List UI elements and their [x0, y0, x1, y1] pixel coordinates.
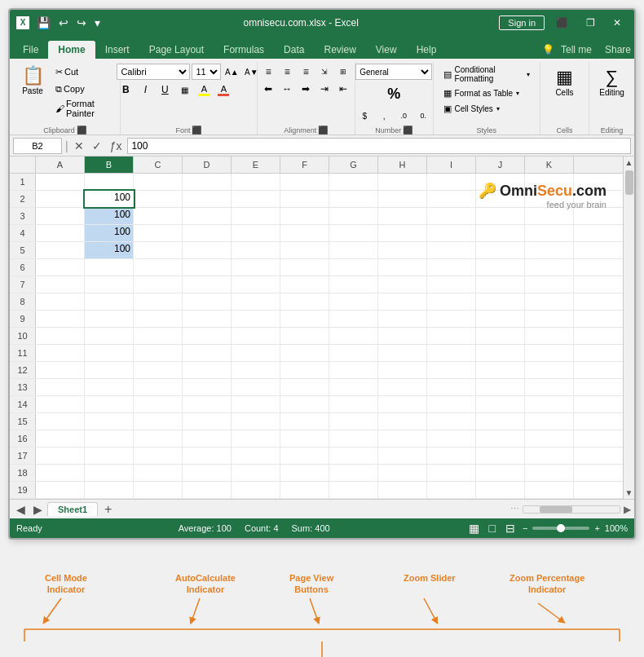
- cell-B9[interactable]: [85, 311, 134, 327]
- cancel-formula-icon[interactable]: ✕: [72, 139, 86, 152]
- cell-C3[interactable]: [134, 208, 183, 224]
- cell-G15[interactable]: [329, 413, 378, 430]
- format-as-table-button[interactable]: ▦ Format as Table ▾: [439, 86, 535, 100]
- cell-J10[interactable]: [476, 328, 525, 344]
- row-header-11[interactable]: 11: [10, 345, 36, 361]
- cell-I13[interactable]: [427, 379, 476, 395]
- cell-H5[interactable]: [378, 242, 427, 258]
- cell-B12[interactable]: [85, 362, 134, 378]
- save-quick-btn[interactable]: 💾: [34, 15, 53, 31]
- cell-G13[interactable]: [329, 379, 378, 395]
- cell-E16[interactable]: [232, 430, 280, 447]
- cell-A3[interactable]: [36, 208, 85, 224]
- cell-F1[interactable]: [280, 174, 329, 190]
- cell-J18[interactable]: [476, 465, 525, 481]
- cell-A11[interactable]: [36, 345, 85, 361]
- cell-C15[interactable]: [134, 413, 183, 430]
- cell-E9[interactable]: [232, 311, 280, 327]
- cell-H15[interactable]: [378, 413, 427, 430]
- cell-B17[interactable]: [85, 448, 134, 464]
- tab-help[interactable]: Help: [407, 41, 447, 59]
- cell-I5[interactable]: [427, 242, 476, 258]
- cell-D18[interactable]: [183, 465, 232, 481]
- fill-color-button[interactable]: A: [195, 82, 213, 98]
- cell-F11[interactable]: [280, 345, 329, 361]
- clipboard-expand-icon[interactable]: ⬛: [77, 126, 86, 134]
- tab-home[interactable]: Home: [48, 41, 95, 59]
- alignment-label[interactable]: Alignment ⬛: [284, 126, 328, 134]
- cell-C13[interactable]: [134, 379, 183, 395]
- cell-K12[interactable]: [525, 362, 574, 378]
- cell-B11[interactable]: [85, 345, 134, 361]
- font-expand-icon[interactable]: ⬛: [192, 126, 201, 134]
- cell-C16[interactable]: [134, 430, 183, 447]
- cell-F18[interactable]: [280, 465, 329, 481]
- cell-D11[interactable]: [183, 345, 232, 361]
- cell-B10[interactable]: [85, 328, 134, 344]
- normal-view-btn[interactable]: ▦: [466, 522, 482, 535]
- cell-G16[interactable]: [329, 430, 378, 447]
- cell-J15[interactable]: [476, 413, 525, 430]
- sign-in-button[interactable]: Sign in: [499, 15, 545, 30]
- cell-K5[interactable]: [525, 242, 574, 258]
- cell-I9[interactable]: [427, 311, 476, 327]
- align-right-btn[interactable]: ➡: [297, 81, 315, 97]
- cell-C5[interactable]: [134, 242, 183, 258]
- cell-E17[interactable]: [232, 448, 280, 464]
- cell-G5[interactable]: [329, 242, 378, 258]
- cell-I11[interactable]: [427, 345, 476, 361]
- col-header-a[interactable]: A: [36, 157, 85, 173]
- insert-function-icon[interactable]: ƒx: [108, 139, 125, 152]
- cell-C9[interactable]: [134, 311, 183, 327]
- cell-F19[interactable]: [280, 482, 329, 498]
- sheet-tab-sheet1[interactable]: Sheet1: [47, 502, 98, 516]
- cell-I8[interactable]: [427, 293, 476, 310]
- cell-H13[interactable]: [378, 379, 427, 395]
- formula-input[interactable]: [127, 138, 631, 154]
- cell-A9[interactable]: [36, 311, 85, 327]
- confirm-formula-icon[interactable]: ✓: [90, 139, 104, 152]
- cell-G1[interactable]: [329, 174, 378, 190]
- cell-A10[interactable]: [36, 328, 85, 344]
- col-header-g[interactable]: G: [329, 157, 378, 173]
- cell-A14[interactable]: [36, 396, 85, 412]
- h-scroll-right[interactable]: ▶: [624, 504, 631, 515]
- cell-F2[interactable]: [280, 191, 329, 207]
- cell-F8[interactable]: [280, 293, 329, 310]
- cell-E5[interactable]: [232, 242, 280, 258]
- cell-K18[interactable]: [525, 465, 574, 481]
- cell-A5[interactable]: [36, 242, 85, 258]
- cell-H6[interactable]: [378, 259, 427, 276]
- page-layout-view-btn[interactable]: □: [487, 522, 498, 535]
- row-header-18[interactable]: 18: [10, 465, 36, 481]
- cell-E7[interactable]: [232, 276, 280, 293]
- cell-D3[interactable]: [183, 208, 232, 224]
- cell-D4[interactable]: [183, 225, 232, 241]
- align-top-center-btn[interactable]: ≡: [278, 64, 296, 80]
- cell-J3[interactable]: [476, 208, 525, 224]
- align-center-btn[interactable]: ↔: [278, 81, 296, 97]
- cell-A19[interactable]: [36, 482, 85, 498]
- tab-data[interactable]: Data: [274, 41, 314, 59]
- row-header-9[interactable]: 9: [10, 311, 36, 327]
- cell-B15[interactable]: [85, 413, 134, 430]
- cell-I3[interactable]: [427, 208, 476, 224]
- cell-F6[interactable]: [280, 259, 329, 276]
- cell-E14[interactable]: [232, 396, 280, 412]
- align-top-right-btn[interactable]: ≡: [297, 64, 315, 80]
- cell-reference-box[interactable]: [13, 138, 62, 154]
- cell-B6[interactable]: [85, 259, 134, 276]
- row-header-10[interactable]: 10: [10, 328, 36, 344]
- cell-K3[interactable]: [525, 208, 574, 224]
- cell-E1[interactable]: [232, 174, 280, 190]
- cell-F16[interactable]: [280, 430, 329, 447]
- cell-C6[interactable]: [134, 259, 183, 276]
- cell-A7[interactable]: [36, 276, 85, 293]
- cell-F12[interactable]: [280, 362, 329, 378]
- cell-B2[interactable]: 100: [85, 191, 134, 207]
- cell-J8[interactable]: [476, 293, 525, 310]
- row-header-12[interactable]: 12: [10, 362, 36, 378]
- underline-button[interactable]: U: [156, 82, 174, 98]
- cell-I16[interactable]: [427, 430, 476, 447]
- cell-A1[interactable]: [36, 174, 85, 190]
